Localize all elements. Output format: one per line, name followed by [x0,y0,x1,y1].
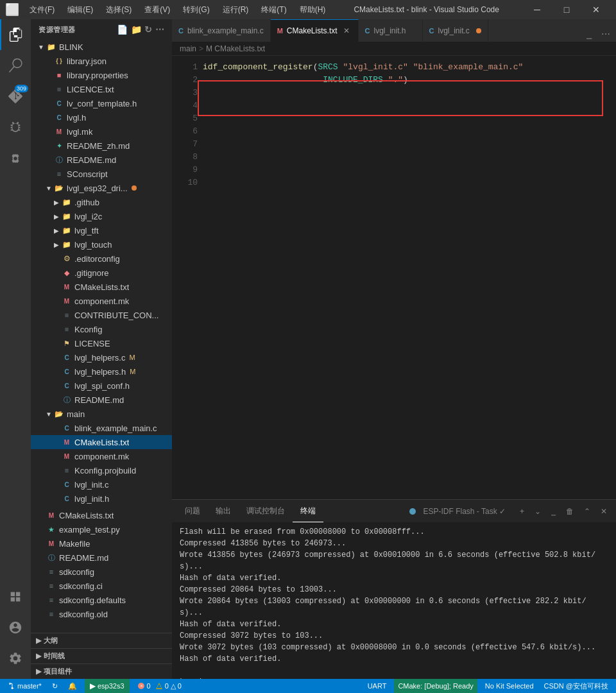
tree-item-lvgl-esp32[interactable]: ▼ 📂 lvgl_esp32_dri... [31,181,172,195]
section-timeline[interactable]: ▶ 时间线 [31,648,172,663]
maximize-button[interactable]: □ [552,0,581,19]
remote-item[interactable]: ▶ esp32s3 [85,679,130,693]
menu-file[interactable]: 文件(F) [24,3,60,17]
terminal-chevron[interactable]: ⌄ [531,506,545,517]
tree-item-license[interactable]: ⚑ LICENSE [31,336,172,350]
tab-cmakelists[interactable]: M CMakeLists.txt ✕ [271,19,359,42]
tree-item-component-mk[interactable]: M component.mk [31,294,172,308]
activity-extensions[interactable] [0,142,31,173]
tree-item-readme-lvgl[interactable]: ⓘ README.md [31,393,172,407]
menu-select[interactable]: 选择(S) [101,3,137,17]
uart-item[interactable]: UART [365,679,389,693]
activity-account[interactable] [0,612,31,643]
menu-goto[interactable]: 转到(G) [178,3,214,17]
terminal-add-button[interactable]: + [516,506,528,517]
terminal-trash-icon[interactable]: 🗑 [562,506,578,517]
menu-help[interactable]: 帮助(H) [295,3,331,17]
more-tabs-icon[interactable]: ⋯ [598,26,613,42]
more-actions-icon[interactable]: ⋯ [155,24,165,35]
tree-item-sdkconfig-old[interactable]: ≡ sdkconfig.old [31,607,172,621]
tree-item-lvgl-helpers-h[interactable]: C lvgl_helpers.h M [31,364,172,379]
terminal-line: Hash of data verified. [180,653,608,665]
terminal-close[interactable]: ✕ [597,506,611,517]
sync-item[interactable]: ↻ [49,679,60,693]
split-editor-icon[interactable]: ⎯ [581,26,597,42]
tree-item-lvgl-touch[interactable]: ▶ 📁 lvgl_touch [31,237,172,252]
tree-item-lvgl-tft[interactable]: ▶ 📁 lvgl_tft [31,223,172,237]
tree-item-editorconfig[interactable]: ⚙ .editorconfig [31,252,172,266]
tree-item-kconfig[interactable]: ≡ Kconfig [31,322,172,336]
tree-item-contribute[interactable]: ≡ CONTRIBUTE_CON... [31,308,172,322]
menu-bar: 文件(F) 编辑(E) 选择(S) 查看(V) 转到(G) 运行(R) 终端(T… [24,3,330,17]
terminal-chevron-up[interactable]: ⌃ [580,506,594,517]
menu-view[interactable]: 查看(V) [139,3,175,17]
tree-item-cmakelists-main[interactable]: M CMakeLists.txt [31,435,172,449]
tree-item-readme[interactable]: ⓘ README.md [31,153,172,167]
tab-blink-example[interactable]: C blink_example_main.c [172,19,271,42]
tree-item-github[interactable]: ▶ 📁 .github [31,195,172,209]
activity-remote[interactable] [0,581,31,612]
tree-item-cmakelists-root[interactable]: M CMakeLists.txt [31,508,172,522]
tree-item-lvgl-helpers-c[interactable]: C lvgl_helpers.c M [31,350,172,364]
breadcrumb-file[interactable]: M CMakeLists.txt [206,44,265,53]
tree-item-lvgl-spi-conf[interactable]: C lvgl_spi_conf.h [31,379,172,393]
activity-explorer[interactable] [0,19,31,50]
tree-item-component-mk2[interactable]: M component.mk [31,449,172,463]
activity-settings[interactable] [0,643,31,674]
terminal-tab-output[interactable]: 输出 [208,500,239,522]
tree-item-lvgl-mk[interactable]: M lvgl.mk [31,124,172,139]
terminal-tab-debug[interactable]: 调试控制台 [239,500,293,522]
tree-item-blink-main[interactable]: C blink_example_main.c [31,421,172,435]
txt-icon: ≡ [54,169,64,179]
terminal-tab-terminal[interactable]: 终端 [293,500,323,522]
bell-item[interactable]: 🔔 [65,679,80,693]
new-folder-icon[interactable]: 📁 [131,24,142,35]
tree-item-sdkconfig-defaults[interactable]: ≡ sdkconfig.defaults [31,593,172,607]
tree-item-lvgl-i2c[interactable]: ▶ 📁 lvgl_i2c [31,209,172,223]
menu-edit[interactable]: 编辑(E) [62,3,98,17]
terminal-tab-problems[interactable]: 问题 [177,500,208,522]
tree-item-library-properties[interactable]: ■ library.properties [31,68,172,82]
activity-debug[interactable] [0,112,31,142]
tree-item-readme-root[interactable]: ⓘ README.md [31,551,172,565]
tree-item-main-folder[interactable]: ▼ 📂 main [31,407,172,421]
no-kit-item[interactable]: No Kit Selected [483,679,536,693]
tab-lvgl-init-c[interactable]: C lvgl_init.c [423,19,488,42]
git-branch-item[interactable]: master* [5,679,44,693]
tree-item-kconfig-projbuild[interactable]: ≡ Kconfig.projbuild [31,463,172,477]
tree-item-lv-conf[interactable]: C lv_conf_template.h [31,96,172,110]
terminal-content[interactable]: Flash will be erased from 0x00008000 to … [172,522,616,679]
refresh-icon[interactable]: ↻ [144,24,153,35]
tree-item-library-json[interactable]: { } library.json [31,54,172,68]
section-components[interactable]: ▶ 项目组件 [31,663,172,679]
tree-item-sdkconfig-ci[interactable]: ≡ sdkconfig.ci [31,579,172,593]
sidebar: 资源管理器 📄 📁 ↻ ⋯ ▼ 📁 BLINK { } library.json [31,19,172,679]
mk-icon: M [62,296,72,306]
tree-item-lvgl-init-c[interactable]: C lvgl_init.c [31,477,172,492]
tree-root-blink[interactable]: ▼ 📁 BLINK [31,40,172,54]
errors-item[interactable]: ✕ 0 0 △ 0 [135,679,184,693]
tree-item-lvgl-init-h[interactable]: C lvgl_init.h [31,492,172,506]
activity-search[interactable] [0,50,31,81]
section-label: 项目组件 [44,667,72,676]
tree-item-makefile[interactable]: M Makefile [31,536,172,551]
tree-item-sdkconfig[interactable]: ≡ sdkconfig [31,565,172,579]
tree-item-example-test[interactable]: ★ example_test.py [31,522,172,536]
tree-item-lvgl-h[interactable]: C lvgl.h [31,110,172,124]
tree-item-gitignore[interactable]: ◆ .gitignore [31,266,172,280]
tree-item-readme-zh[interactable]: ✦ README_zh.md [31,139,172,153]
tree-item-licence[interactable]: ≡ LICENCE.txt [31,82,172,96]
tab-lvgl-init-h[interactable]: C lvgl_init.h [359,19,423,42]
new-file-icon[interactable]: 📄 [117,24,128,35]
minimize-button[interactable]: ─ [522,0,552,19]
tab-close-button[interactable]: ✕ [341,26,352,36]
tree-item-sconscript[interactable]: ≡ SConscript [31,167,172,181]
tree-item-cmakelists-lvgl[interactable]: M CMakeLists.txt [31,280,172,294]
section-outline[interactable]: ▶ 大纲 [31,633,172,648]
cmake-item[interactable]: CMake: [Debug]; Ready [394,679,477,693]
activity-git[interactable]: 309 [0,81,31,112]
menu-run[interactable]: 运行(R) [218,3,254,17]
menu-terminal[interactable]: 终端(T) [256,3,291,17]
breadcrumb-main[interactable]: main [180,44,196,53]
close-button[interactable]: ✕ [581,0,611,19]
